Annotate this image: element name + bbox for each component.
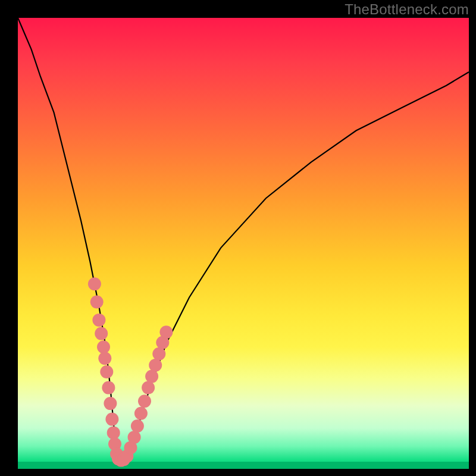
watermark-text: TheBottleneck.com xyxy=(345,1,469,18)
chart-stage: TheBottleneck.com xyxy=(0,0,476,476)
plot-background xyxy=(18,18,469,469)
